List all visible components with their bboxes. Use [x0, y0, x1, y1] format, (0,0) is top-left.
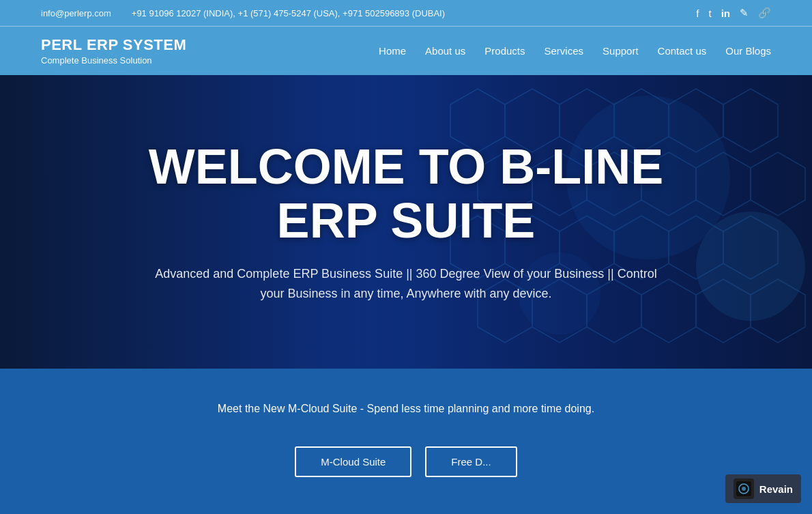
facebook-icon[interactable]: f — [696, 8, 699, 19]
logo-section: PERL ERP SYSTEM Complete Business Soluti… — [41, 36, 186, 66]
hero-section: WELCOME TO B-LINE ERP SUITE Advanced and… — [0, 75, 812, 369]
phone: +91 91096 12027 (INDIA), +1 (571) 475-52… — [132, 8, 445, 18]
lower-buttons: M-Cloud Suite Free D... — [295, 446, 517, 477]
logo-subtitle: Complete Business Solution — [41, 55, 186, 66]
revain-icon — [734, 479, 754, 499]
svg-point-30 — [742, 487, 746, 491]
page-wrapper: info@perlerp.com +91 91096 12027 (INDIA)… — [0, 0, 812, 514]
revain-badge[interactable]: Revain — [725, 474, 801, 503]
revain-label: Revain — [759, 483, 793, 495]
mcloud-suite-button[interactable]: M-Cloud Suite — [295, 446, 411, 477]
header: PERL ERP SYSTEM Complete Business Soluti… — [0, 26, 812, 75]
hero-title: WELCOME TO B-LINE ERP SUITE — [133, 140, 679, 248]
nav-contact[interactable]: Contact us — [658, 45, 707, 57]
hero-subtitle: Advanced and Complete ERP Business Suite… — [147, 264, 665, 304]
nav-about[interactable]: About us — [425, 45, 465, 57]
main-nav: Home About us Products Services Support … — [379, 45, 771, 57]
blog-icon[interactable]: ✎ — [740, 7, 749, 19]
nav-home[interactable]: Home — [379, 45, 406, 57]
nav-products[interactable]: Products — [484, 45, 525, 57]
free-demo-button[interactable]: Free D... — [425, 446, 517, 477]
lower-section: Meet the New M-Cloud Suite - Spend less … — [0, 369, 812, 514]
nav-services[interactable]: Services — [545, 45, 584, 57]
top-bar-left: info@perlerp.com +91 91096 12027 (INDIA)… — [41, 8, 445, 18]
twitter-icon[interactable]: t — [708, 8, 711, 19]
email[interactable]: info@perlerp.com — [41, 8, 111, 18]
svg-point-26 — [696, 212, 805, 321]
revain-logo-svg — [736, 481, 751, 496]
social-icons: f t in ✎ 🔗 — [696, 7, 771, 19]
nav-support[interactable]: Support — [603, 45, 639, 57]
linkedin-icon[interactable]: in — [721, 8, 730, 19]
lower-text: Meet the New M-Cloud Suite - Spend less … — [218, 403, 594, 415]
link-icon[interactable]: 🔗 — [758, 7, 771, 19]
nav-blogs[interactable]: Our Blogs — [725, 45, 771, 57]
top-bar: info@perlerp.com +91 91096 12027 (INDIA)… — [0, 0, 812, 26]
logo-title: PERL ERP SYSTEM — [41, 36, 186, 54]
